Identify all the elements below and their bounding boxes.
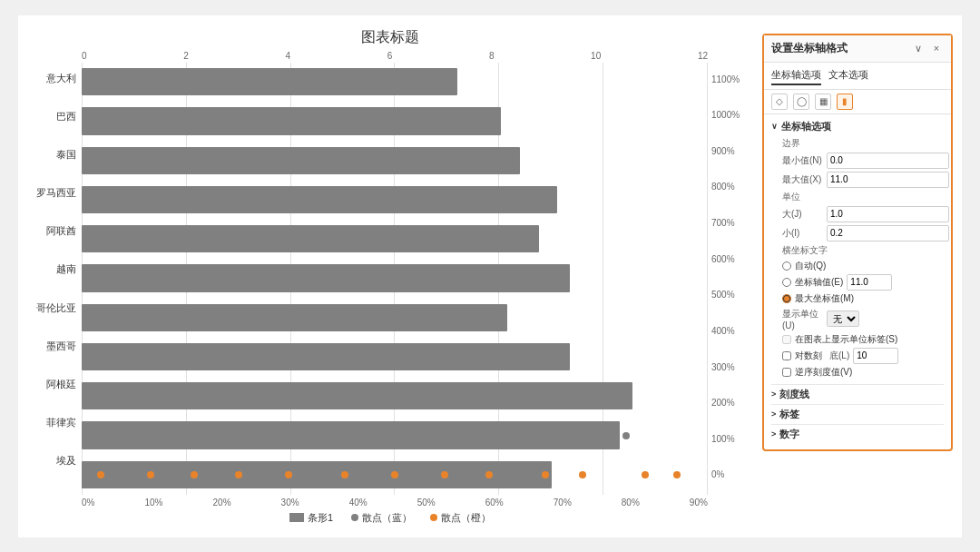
y-axis-labels: 意大利巴西泰国罗马西亚阿联酋越南哥伦比亚墨西哥阿根廷菲律宾埃及 <box>27 51 82 508</box>
y-axis-label: 埃及 <box>56 456 76 466</box>
y-axis-label: 菲律宾 <box>46 418 76 428</box>
panel-header: 设置坐标轴格式 ∨ × <box>764 35 951 63</box>
tab-text-options[interactable]: 文本选项 <box>828 66 868 85</box>
bottom-x-tick: 0% <box>82 498 94 508</box>
min-label: 最小值(N) <box>782 154 823 167</box>
legend-dot-blue: 散点（蓝） <box>351 511 412 525</box>
label-text-subsection-title: 横坐标文字 <box>782 244 944 257</box>
labels-collapse[interactable]: 标签 <box>771 404 944 424</box>
unit-small-row: 小(I) 重置 <box>782 225 944 242</box>
y-axis-label: 罗马西亚 <box>36 188 76 198</box>
right-y-axis: 1100%1000%900%800%700%600%500%400%300%20… <box>708 51 753 508</box>
right-y-tick: 1000% <box>711 110 753 120</box>
unit-small-input[interactable] <box>827 225 949 242</box>
legend-bar: 条形1 <box>289 511 333 525</box>
bottom-x-tick: 90% <box>690 498 708 508</box>
y-axis-label: 阿根廷 <box>46 380 76 389</box>
legend-dot-orange: 散点（橙） <box>430 511 491 525</box>
top-x-tick: 12 <box>698 51 708 61</box>
right-y-tick: 200% <box>711 398 753 408</box>
log-base-input[interactable] <box>853 348 898 364</box>
legend-dot-orange-label: 散点（橙） <box>441 511 491 525</box>
right-y-tick: 900% <box>711 146 753 156</box>
unit-large-row: 大(J) 重置 <box>782 206 944 222</box>
bottom-x-tick: 80% <box>622 498 640 508</box>
radio-axis-label: 坐标轴值(E) <box>795 276 843 289</box>
y-axis-label: 意大利 <box>46 74 76 84</box>
display-unit-select[interactable]: 无 <box>827 310 859 327</box>
right-y-tick: 600% <box>711 254 753 264</box>
bounds-subsection-title: 边界 <box>782 137 944 150</box>
bottom-x-axis: 0%10%20%30%40%50%60%70%80%90% <box>82 495 708 508</box>
right-y-tick: 1100% <box>711 74 753 84</box>
format-panel: 设置坐标轴格式 ∨ × 坐标轴选项 文本选项 ◇ ◯ ▦ ▮ 坐标轴选项 边界 … <box>762 34 953 451</box>
numbers-collapse[interactable]: 数字 <box>771 424 944 444</box>
radio-auto[interactable] <box>782 261 791 271</box>
bar-row <box>82 259 708 298</box>
y-axis-label: 墨西哥 <box>46 341 76 351</box>
axis-section-title: 坐标轴选项 <box>771 120 944 133</box>
top-x-tick: 10 <box>591 51 601 61</box>
bottom-x-tick: 10% <box>144 498 162 508</box>
tab-axis-options[interactable]: 坐标轴选项 <box>771 66 821 85</box>
right-y-tick: 0% <box>711 469 753 479</box>
legend-dot-blue-label: 散点（蓝） <box>362 511 412 525</box>
bar-row <box>82 377 708 416</box>
y-axis-label: 泰国 <box>56 150 76 160</box>
min-input[interactable] <box>827 153 949 169</box>
axis-options-section: 坐标轴选项 边界 最小值(N) 重置 最大值(X) 重置 单位 <box>764 116 951 384</box>
show-unit-checkbox-row: 在图表上显示单位标签(S) <box>782 333 944 346</box>
radio-max-row: 最大坐标值(M) <box>782 292 944 305</box>
legend-dot-blue-swatch <box>351 514 358 521</box>
display-unit-label: 显示单位(U) <box>782 308 823 330</box>
radio-max[interactable] <box>782 294 791 303</box>
gridlines-collapse[interactable]: 刻度线 <box>771 384 944 404</box>
log-checkbox[interactable] <box>782 351 791 360</box>
panel-close-btn[interactable]: × <box>929 41 944 55</box>
radio-axis-value-input[interactable] <box>847 274 892 291</box>
y-axis-label: 阿联酋 <box>46 226 76 236</box>
log-label: 对数刻 <box>795 350 822 362</box>
effects-icon[interactable]: ▦ <box>815 94 831 110</box>
top-x-axis: 024681012 <box>82 51 708 63</box>
log-base-label: 底(L) <box>829 350 849 362</box>
panel-icon-bar: ◇ ◯ ▦ ▮ <box>764 90 951 114</box>
bottom-x-tick: 60% <box>485 498 504 508</box>
right-y-tick: 300% <box>711 362 753 372</box>
bottom-x-tick: 70% <box>554 498 572 508</box>
bar-row <box>82 102 708 141</box>
reverse-checkbox-row: 逆序刻度值(V) <box>782 366 944 379</box>
top-x-tick: 0 <box>82 51 87 61</box>
panel-title: 设置坐标轴格式 <box>771 41 848 56</box>
reverse-checkbox[interactable] <box>782 368 791 377</box>
bars-icon[interactable]: ▮ <box>837 94 853 110</box>
max-label: 最大值(X) <box>782 173 823 186</box>
label-text-radio-group: 自动(Q) 坐标轴值(E) 最大坐标值(M) <box>782 260 944 305</box>
fill-icon[interactable]: ◇ <box>771 94 788 110</box>
right-y-tick: 800% <box>711 182 753 192</box>
radio-max-label: 最大坐标值(M) <box>795 292 854 305</box>
right-y-tick: 700% <box>711 218 753 228</box>
unit-small-label: 小(I) <box>782 227 823 240</box>
radio-axis[interactable] <box>782 278 791 287</box>
panel-collapse-btn[interactable]: ∨ <box>911 41 926 55</box>
top-x-tick: 8 <box>489 51 495 61</box>
panel-tabs: 坐标轴选项 文本选项 <box>764 63 951 90</box>
bar-row <box>82 455 708 494</box>
bar-row <box>82 63 708 102</box>
right-y-tick: 100% <box>711 434 753 444</box>
legend-bar-swatch <box>289 513 304 522</box>
y-axis-label: 巴西 <box>56 112 76 122</box>
legend-bar-label: 条形1 <box>308 511 333 525</box>
bar-row <box>82 298 708 337</box>
unit-large-input[interactable] <box>827 206 949 222</box>
show-unit-label: 在图表上显示单位标签(S) <box>795 333 897 346</box>
display-unit-row: 显示单位(U) 无 <box>782 308 944 330</box>
show-unit-checkbox[interactable] <box>782 335 791 344</box>
bottom-x-tick: 40% <box>349 498 368 508</box>
max-input[interactable] <box>827 172 949 188</box>
min-row: 最小值(N) 重置 <box>782 153 944 169</box>
border-icon[interactable]: ◯ <box>793 94 809 110</box>
bottom-x-tick: 30% <box>281 498 299 508</box>
reverse-label: 逆序刻度值(V) <box>795 366 852 379</box>
